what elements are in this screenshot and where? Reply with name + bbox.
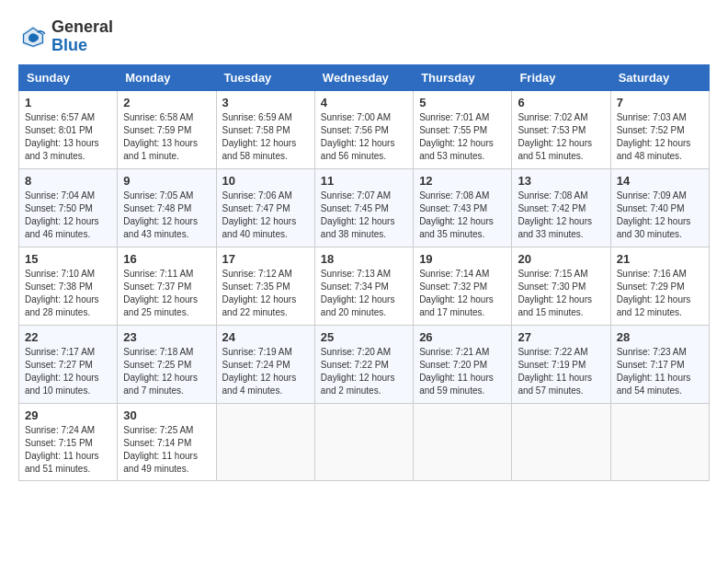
calendar-day: 16Sunrise: 7:11 AM Sunset: 7:37 PM Dayli…	[118, 247, 216, 325]
day-info: Sunrise: 7:11 AM Sunset: 7:37 PM Dayligh…	[123, 268, 210, 319]
day-number: 15	[25, 252, 111, 266]
calendar-day: 27Sunrise: 7:22 AM Sunset: 7:19 PM Dayli…	[512, 325, 610, 403]
day-info: Sunrise: 7:10 AM Sunset: 7:38 PM Dayligh…	[25, 268, 111, 319]
logo-icon	[18, 22, 48, 52]
day-number: 28	[617, 330, 703, 344]
calendar-day: 7Sunrise: 7:03 AM Sunset: 7:52 PM Daylig…	[610, 90, 709, 168]
empty-day	[610, 403, 709, 480]
day-number: 1	[25, 96, 111, 109]
empty-day	[512, 403, 610, 480]
calendar-day: 4Sunrise: 7:00 AM Sunset: 7:56 PM Daylig…	[314, 90, 413, 168]
calendar-day: 22Sunrise: 7:17 AM Sunset: 7:27 PM Dayli…	[19, 325, 118, 403]
day-number: 22	[25, 330, 111, 344]
calendar-day: 15Sunrise: 7:10 AM Sunset: 7:38 PM Dayli…	[19, 247, 118, 325]
calendar-day: 20Sunrise: 7:15 AM Sunset: 7:30 PM Dayli…	[512, 247, 610, 325]
calendar-week-row: 29Sunrise: 7:24 AM Sunset: 7:15 PM Dayli…	[19, 403, 710, 480]
calendar-day: 8Sunrise: 7:04 AM Sunset: 7:50 PM Daylig…	[19, 168, 118, 247]
header-friday: Friday	[512, 64, 610, 90]
day-number: 19	[419, 252, 506, 266]
day-info: Sunrise: 7:02 AM Sunset: 7:53 PM Dayligh…	[518, 111, 604, 163]
header-saturday: Saturday	[610, 64, 709, 90]
calendar-day: 5Sunrise: 7:01 AM Sunset: 7:55 PM Daylig…	[414, 90, 512, 168]
day-number: 8	[25, 174, 111, 188]
day-number: 26	[419, 330, 506, 344]
calendar-day: 18Sunrise: 7:13 AM Sunset: 7:34 PM Dayli…	[314, 247, 413, 325]
day-number: 18	[321, 252, 407, 266]
empty-day	[414, 403, 512, 480]
day-info: Sunrise: 7:09 AM Sunset: 7:40 PM Dayligh…	[617, 190, 703, 241]
calendar-day: 23Sunrise: 7:18 AM Sunset: 7:25 PM Dayli…	[118, 325, 216, 403]
day-info: Sunrise: 7:08 AM Sunset: 7:43 PM Dayligh…	[419, 190, 506, 241]
logo: General Blue	[18, 18, 113, 55]
calendar-day: 29Sunrise: 7:24 AM Sunset: 7:15 PM Dayli…	[19, 403, 118, 480]
day-info: Sunrise: 7:16 AM Sunset: 7:29 PM Dayligh…	[617, 268, 703, 319]
day-number: 29	[25, 408, 111, 422]
calendar-day: 19Sunrise: 7:14 AM Sunset: 7:32 PM Dayli…	[414, 247, 512, 325]
calendar-day: 1Sunrise: 6:57 AM Sunset: 8:01 PM Daylig…	[19, 90, 118, 168]
calendar-day: 3Sunrise: 6:59 AM Sunset: 7:58 PM Daylig…	[216, 90, 314, 168]
day-number: 7	[617, 96, 703, 109]
day-info: Sunrise: 7:19 AM Sunset: 7:24 PM Dayligh…	[222, 346, 309, 397]
day-info: Sunrise: 7:12 AM Sunset: 7:35 PM Dayligh…	[222, 268, 309, 319]
header-tuesday: Tuesday	[216, 64, 314, 90]
empty-day	[314, 403, 413, 480]
empty-day	[216, 403, 314, 480]
day-info: Sunrise: 7:07 AM Sunset: 7:45 PM Dayligh…	[321, 190, 407, 241]
day-number: 16	[123, 252, 210, 266]
day-info: Sunrise: 7:00 AM Sunset: 7:56 PM Dayligh…	[321, 111, 407, 163]
day-number: 4	[321, 96, 407, 109]
day-number: 11	[321, 174, 407, 188]
day-number: 12	[419, 174, 506, 188]
page-header: General Blue	[18, 18, 710, 55]
calendar-day: 17Sunrise: 7:12 AM Sunset: 7:35 PM Dayli…	[216, 247, 314, 325]
day-info: Sunrise: 7:18 AM Sunset: 7:25 PM Dayligh…	[123, 346, 210, 397]
calendar-day: 24Sunrise: 7:19 AM Sunset: 7:24 PM Dayli…	[216, 325, 314, 403]
day-number: 30	[123, 408, 210, 422]
day-number: 3	[222, 96, 309, 109]
calendar-table: SundayMondayTuesdayWednesdayThursdayFrid…	[18, 64, 710, 481]
day-info: Sunrise: 7:23 AM Sunset: 7:17 PM Dayligh…	[617, 346, 703, 397]
calendar-day: 30Sunrise: 7:25 AM Sunset: 7:14 PM Dayli…	[118, 403, 216, 480]
day-number: 25	[321, 330, 407, 344]
day-info: Sunrise: 6:57 AM Sunset: 8:01 PM Dayligh…	[25, 111, 111, 163]
day-info: Sunrise: 7:06 AM Sunset: 7:47 PM Dayligh…	[222, 190, 309, 241]
day-info: Sunrise: 7:03 AM Sunset: 7:52 PM Dayligh…	[617, 111, 703, 163]
header-sunday: Sunday	[19, 64, 118, 90]
calendar-header-row: SundayMondayTuesdayWednesdayThursdayFrid…	[19, 64, 710, 90]
day-info: Sunrise: 7:01 AM Sunset: 7:55 PM Dayligh…	[419, 111, 506, 163]
day-info: Sunrise: 7:20 AM Sunset: 7:22 PM Dayligh…	[321, 346, 407, 397]
calendar-day: 25Sunrise: 7:20 AM Sunset: 7:22 PM Dayli…	[314, 325, 413, 403]
day-info: Sunrise: 7:08 AM Sunset: 7:42 PM Dayligh…	[518, 190, 604, 241]
day-number: 17	[222, 252, 309, 266]
day-number: 10	[222, 174, 309, 188]
calendar-day: 21Sunrise: 7:16 AM Sunset: 7:29 PM Dayli…	[610, 247, 709, 325]
day-info: Sunrise: 7:13 AM Sunset: 7:34 PM Dayligh…	[321, 268, 407, 319]
header-monday: Monday	[118, 64, 216, 90]
day-number: 24	[222, 330, 309, 344]
day-number: 14	[617, 174, 703, 188]
calendar-day: 2Sunrise: 6:58 AM Sunset: 7:59 PM Daylig…	[118, 90, 216, 168]
calendar-day: 28Sunrise: 7:23 AM Sunset: 7:17 PM Dayli…	[610, 325, 709, 403]
day-info: Sunrise: 6:59 AM Sunset: 7:58 PM Dayligh…	[222, 111, 309, 163]
calendar-day: 13Sunrise: 7:08 AM Sunset: 7:42 PM Dayli…	[512, 168, 610, 247]
calendar-day: 11Sunrise: 7:07 AM Sunset: 7:45 PM Dayli…	[314, 168, 413, 247]
calendar-day: 12Sunrise: 7:08 AM Sunset: 7:43 PM Dayli…	[414, 168, 512, 247]
day-number: 20	[518, 252, 604, 266]
day-info: Sunrise: 6:58 AM Sunset: 7:59 PM Dayligh…	[123, 111, 210, 163]
calendar-day: 10Sunrise: 7:06 AM Sunset: 7:47 PM Dayli…	[216, 168, 314, 247]
calendar-week-row: 8Sunrise: 7:04 AM Sunset: 7:50 PM Daylig…	[19, 168, 710, 247]
calendar-week-row: 22Sunrise: 7:17 AM Sunset: 7:27 PM Dayli…	[19, 325, 710, 403]
day-number: 21	[617, 252, 703, 266]
day-number: 9	[123, 174, 210, 188]
header-thursday: Thursday	[414, 64, 512, 90]
day-info: Sunrise: 7:14 AM Sunset: 7:32 PM Dayligh…	[419, 268, 506, 319]
day-number: 6	[518, 96, 604, 109]
day-info: Sunrise: 7:15 AM Sunset: 7:30 PM Dayligh…	[518, 268, 604, 319]
day-info: Sunrise: 7:25 AM Sunset: 7:14 PM Dayligh…	[123, 424, 210, 476]
calendar-day: 14Sunrise: 7:09 AM Sunset: 7:40 PM Dayli…	[610, 168, 709, 247]
day-number: 5	[419, 96, 506, 109]
header-wednesday: Wednesday	[314, 64, 413, 90]
calendar-day: 9Sunrise: 7:05 AM Sunset: 7:48 PM Daylig…	[118, 168, 216, 247]
calendar-week-row: 1Sunrise: 6:57 AM Sunset: 8:01 PM Daylig…	[19, 90, 710, 168]
day-info: Sunrise: 7:21 AM Sunset: 7:20 PM Dayligh…	[419, 346, 506, 397]
